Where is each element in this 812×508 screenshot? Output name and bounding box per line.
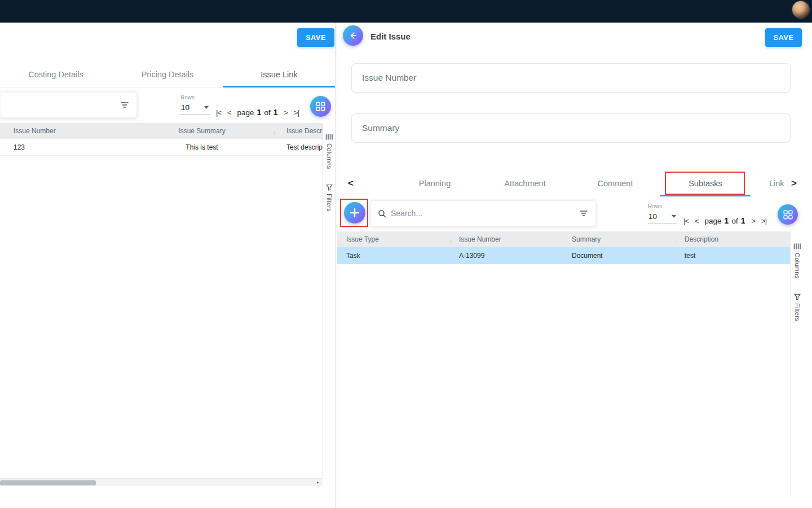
cell-issue-summary: This is test [130, 143, 274, 151]
page-word: page [237, 108, 254, 117]
tab-subtasks[interactable]: Subtasks [660, 170, 751, 196]
tab-comment[interactable]: Comment [570, 170, 660, 196]
next-page-button[interactable]: > [284, 108, 288, 117]
columns-toggle[interactable]: Columns [793, 243, 801, 279]
tabs-scroll-right-icon[interactable]: > [787, 170, 801, 196]
column-header-issue-summary[interactable]: Issue Summary [130, 127, 274, 135]
issue-link-table: Issue Number Issue Summary Issue Descrip… [0, 123, 323, 156]
column-header-issue-number[interactable]: Issue Number [0, 127, 130, 135]
issue-link-panel: SAVE Costing Details Pricing Details Iss… [0, 23, 336, 508]
cell-issue-description: Test description [274, 143, 323, 151]
rows-label: Rows [648, 203, 677, 209]
left-rows-per-page: Rows 10 [180, 94, 210, 115]
detail-tab-bar: Planning Attachment Comment Subtasks Lin… [343, 170, 803, 196]
back-button[interactable] [343, 25, 363, 46]
table-header-row: Issue Type Issue Number Summary Descript… [337, 231, 790, 247]
tab-strip: Planning Attachment Comment Subtasks Lin… [390, 170, 803, 196]
rows-value: 10 [648, 212, 657, 221]
filter-funnel-icon [326, 184, 333, 191]
grid-view-button[interactable] [778, 204, 798, 225]
subtasks-table: Issue Type Issue Number Summary Descript… [337, 231, 790, 264]
issue-link-save-button[interactable]: SAVE [297, 28, 334, 47]
app-root: SAVE Costing Details Pricing Details Iss… [0, 0, 812, 508]
tab-pricing-details[interactable]: Pricing Details [112, 62, 223, 87]
next-page-button[interactable]: > [751, 217, 755, 225]
plus-icon [349, 207, 360, 218]
filter-funnel-icon [794, 294, 801, 300]
table-header-row: Issue Number Issue Summary Issue Descrip… [0, 123, 323, 139]
first-page-button[interactable]: |< [216, 108, 221, 117]
grid-view-icon [316, 102, 325, 111]
filters-label: Filters [794, 303, 801, 321]
left-search-input[interactable] [5, 100, 120, 110]
first-page-button[interactable]: |< [683, 217, 689, 225]
scrollbar-thumb[interactable] [0, 480, 96, 485]
subtasks-pagination: |< < page 1 of 1 > >| [683, 213, 766, 228]
page-title: Edit Issue [370, 27, 411, 45]
table-row[interactable]: 123 This is test Test description [0, 139, 323, 156]
chevron-down-icon [672, 215, 676, 218]
edit-issue-save-button[interactable]: SAVE [765, 28, 802, 47]
grid-view-button[interactable] [310, 96, 331, 117]
rows-select[interactable]: 10 [648, 211, 677, 224]
prev-page-button[interactable]: < [695, 217, 699, 225]
rows-select[interactable]: 10 [180, 102, 210, 115]
column-header-description[interactable]: Description [676, 235, 790, 243]
columns-icon [793, 243, 801, 250]
columns-label: Columns [794, 253, 801, 279]
cell-description: test [676, 252, 790, 260]
summary-field[interactable] [351, 113, 791, 143]
cell-summary: Document [563, 252, 676, 260]
column-header-issue-description[interactable]: Issue Description [274, 127, 323, 135]
rows-label: Rows [180, 94, 210, 100]
page-word: page [705, 217, 722, 225]
columns-icon [325, 133, 333, 141]
tab-issue-link[interactable]: Issue Link [223, 62, 335, 87]
left-table-side-rail: Columns Filters [323, 123, 335, 478]
tab-costing-details[interactable]: Costing Details [0, 62, 112, 87]
tab-planning[interactable]: Planning [390, 170, 480, 196]
tab-attachment[interactable]: Attachment [480, 170, 570, 196]
rows-value: 10 [181, 103, 189, 112]
prev-page-button[interactable]: < [227, 108, 231, 117]
horizontal-scrollbar[interactable]: ▸ [0, 478, 323, 486]
filter-icon[interactable] [579, 208, 589, 218]
columns-label: Columns [326, 143, 333, 169]
issue-number-field-wrap [351, 63, 791, 93]
user-avatar[interactable] [792, 1, 809, 18]
cell-issue-number: 123 [0, 143, 130, 151]
current-page: 1 [257, 108, 262, 117]
table-row[interactable]: Task A-13099 Document test [337, 247, 790, 264]
page-indicator: page 1 of 1 [237, 108, 278, 117]
top-navbar [0, 0, 812, 23]
last-page-button[interactable]: >| [761, 217, 766, 225]
grid-view-icon [783, 210, 793, 220]
subtasks-search-box [370, 200, 596, 226]
left-pagination: |< < page 1 of 1 > >| [216, 105, 299, 120]
left-search-box [0, 92, 137, 118]
subtasks-search-input[interactable] [386, 209, 579, 218]
add-subtask-button[interactable] [344, 202, 365, 224]
column-header-issue-type[interactable]: Issue Type [337, 235, 450, 243]
subtasks-table-side-rail: Columns Filters [790, 231, 804, 497]
chevron-down-icon [204, 106, 209, 109]
current-page: 1 [725, 216, 729, 225]
page-indicator: page 1 of 1 [705, 216, 745, 225]
cell-issue-number: A-13099 [450, 252, 563, 260]
filter-icon[interactable] [120, 100, 130, 110]
filters-toggle[interactable]: Filters [326, 184, 333, 212]
total-pages: 1 [273, 108, 278, 117]
columns-toggle[interactable]: Columns [325, 133, 333, 169]
column-header-summary[interactable]: Summary [563, 235, 676, 243]
column-header-issue-number[interactable]: Issue Number [450, 235, 563, 243]
search-icon [378, 209, 386, 218]
filters-toggle[interactable]: Filters [794, 294, 801, 321]
of-word: of [731, 217, 738, 225]
left-tab-bar: Costing Details Pricing Details Issue Li… [0, 62, 335, 87]
tabs-scroll-left-icon[interactable]: < [344, 170, 358, 196]
last-page-button[interactable]: >| [294, 108, 299, 117]
subtasks-rows-per-page: Rows 10 [648, 203, 677, 224]
issue-number-field[interactable] [351, 63, 791, 93]
scroll-right-button[interactable]: ▸ [314, 479, 322, 486]
of-word: of [264, 108, 270, 117]
